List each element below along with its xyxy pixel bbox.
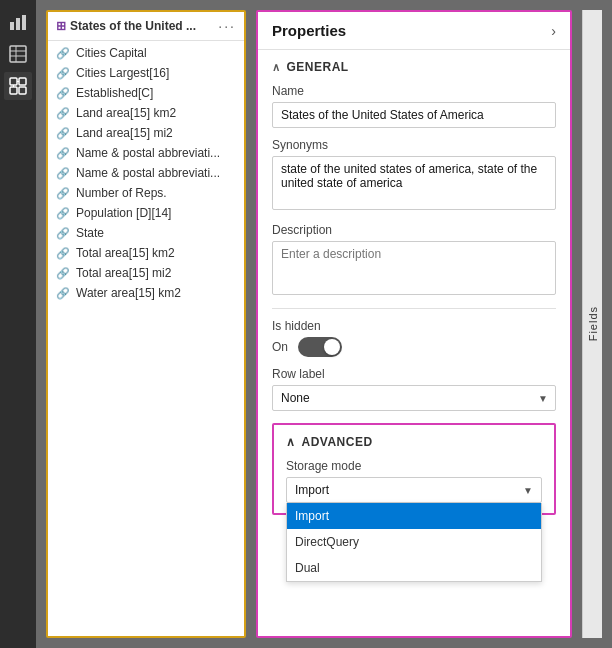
storage-mode-label: Storage mode bbox=[286, 459, 542, 473]
description-label: Description bbox=[272, 223, 556, 237]
field-item-label: Total area[15] mi2 bbox=[76, 266, 171, 280]
field-item-label: Name & postal abbreviati... bbox=[76, 146, 220, 160]
field-link-icon: 🔗 bbox=[56, 127, 70, 140]
svg-rect-3 bbox=[10, 46, 26, 62]
is-hidden-label: Is hidden bbox=[272, 319, 556, 333]
divider bbox=[272, 308, 556, 309]
toggle-row: On bbox=[272, 337, 556, 357]
list-item[interactable]: 🔗 Established[C] bbox=[48, 83, 244, 103]
storage-option-import[interactable]: Import bbox=[287, 503, 541, 529]
storage-option-directquery[interactable]: DirectQuery bbox=[287, 529, 541, 555]
field-link-icon: 🔗 bbox=[56, 187, 70, 200]
fields-tab[interactable]: Fields bbox=[585, 298, 601, 349]
list-item[interactable]: 🔗 Total area[15] km2 bbox=[48, 243, 244, 263]
field-panel-title-text: States of the United ... bbox=[70, 19, 196, 33]
svg-rect-7 bbox=[10, 78, 17, 85]
properties-header: Properties › bbox=[258, 12, 570, 50]
svg-rect-9 bbox=[10, 87, 17, 94]
properties-chevron-icon[interactable]: › bbox=[551, 23, 556, 39]
properties-panel: Properties › ∧ General Name Synonyms sta… bbox=[256, 10, 572, 638]
field-item-label: Number of Reps. bbox=[76, 186, 167, 200]
field-panel: ⊞ States of the United ... ··· 🔗 Cities … bbox=[46, 10, 246, 638]
field-item-label: State bbox=[76, 226, 104, 240]
properties-body: ∧ General Name Synonyms state of the uni… bbox=[258, 50, 570, 636]
field-link-icon: 🔗 bbox=[56, 147, 70, 160]
list-item[interactable]: 🔗 Land area[15] km2 bbox=[48, 103, 244, 123]
field-item-label: Population [D][14] bbox=[76, 206, 171, 220]
is-hidden-toggle[interactable] bbox=[298, 337, 342, 357]
synonyms-label: Synonyms bbox=[272, 138, 556, 152]
svg-rect-2 bbox=[22, 15, 26, 30]
name-label: Name bbox=[272, 84, 556, 98]
row-label-select-wrapper: None bbox=[272, 385, 556, 411]
field-link-icon: 🔗 bbox=[56, 47, 70, 60]
bar-chart-sidebar-icon[interactable] bbox=[4, 8, 32, 36]
field-panel-title: ⊞ States of the United ... bbox=[56, 19, 196, 33]
field-link-icon: 🔗 bbox=[56, 167, 70, 180]
list-item[interactable]: 🔗 Cities Capital bbox=[48, 43, 244, 63]
storage-mode-options: Import DirectQuery Dual bbox=[286, 503, 542, 582]
field-item-label: Cities Largest[16] bbox=[76, 66, 169, 80]
storage-mode-dropdown-container: Import ▼ Import DirectQuery Dual bbox=[286, 477, 542, 503]
row-label-label: Row label bbox=[272, 367, 556, 381]
toggle-thumb bbox=[324, 339, 340, 355]
list-item[interactable]: 🔗 Name & postal abbreviati... bbox=[48, 143, 244, 163]
field-item-label: Cities Capital bbox=[76, 46, 147, 60]
list-item[interactable]: 🔗 Name & postal abbreviati... bbox=[48, 163, 244, 183]
storage-mode-dropdown[interactable]: Import ▼ bbox=[286, 477, 542, 503]
svg-rect-0 bbox=[10, 22, 14, 30]
field-panel-table-icon: ⊞ bbox=[56, 19, 66, 33]
advanced-chevron-icon: ∧ bbox=[286, 435, 296, 449]
field-item-label: Total area[15] km2 bbox=[76, 246, 175, 260]
fields-tab-panel: Fields bbox=[582, 10, 602, 638]
list-item[interactable]: 🔗 Number of Reps. bbox=[48, 183, 244, 203]
sidebar bbox=[0, 0, 36, 648]
list-item[interactable]: 🔗 Water area[15] km2 bbox=[48, 283, 244, 303]
advanced-section-header: ∧ Advanced bbox=[286, 435, 542, 449]
toggle-on-label: On bbox=[272, 340, 288, 354]
storage-option-dual[interactable]: Dual bbox=[287, 555, 541, 581]
model-sidebar-icon[interactable] bbox=[4, 72, 32, 100]
storage-mode-value: Import bbox=[295, 483, 329, 497]
field-link-icon: 🔗 bbox=[56, 227, 70, 240]
svg-rect-1 bbox=[16, 18, 20, 30]
general-section-label: General bbox=[287, 60, 349, 74]
field-link-icon: 🔗 bbox=[56, 107, 70, 120]
properties-title: Properties bbox=[272, 22, 346, 39]
list-item[interactable]: 🔗 Total area[15] mi2 bbox=[48, 263, 244, 283]
general-chevron-icon: ∧ bbox=[272, 61, 281, 74]
list-item[interactable]: 🔗 Land area[15] mi2 bbox=[48, 123, 244, 143]
field-link-icon: 🔗 bbox=[56, 207, 70, 220]
field-link-icon: 🔗 bbox=[56, 287, 70, 300]
field-panel-menu-icon[interactable]: ··· bbox=[218, 18, 236, 34]
field-item-label: Established[C] bbox=[76, 86, 153, 100]
list-item[interactable]: 🔗 State bbox=[48, 223, 244, 243]
list-item[interactable]: 🔗 Population [D][14] bbox=[48, 203, 244, 223]
field-list: 🔗 Cities Capital 🔗 Cities Largest[16] 🔗 … bbox=[48, 41, 244, 305]
field-link-icon: 🔗 bbox=[56, 67, 70, 80]
name-input[interactable] bbox=[272, 102, 556, 128]
dropdown-arrow-icon: ▼ bbox=[523, 485, 533, 496]
svg-rect-8 bbox=[19, 78, 26, 85]
row-label-select[interactable]: None bbox=[272, 385, 556, 411]
main-content: ⊞ States of the United ... ··· 🔗 Cities … bbox=[36, 0, 612, 648]
field-panel-header: ⊞ States of the United ... ··· bbox=[48, 12, 244, 41]
svg-rect-10 bbox=[19, 87, 26, 94]
field-item-label: Land area[15] km2 bbox=[76, 106, 176, 120]
field-link-icon: 🔗 bbox=[56, 87, 70, 100]
synonyms-textarea[interactable]: state of the united states of america, s… bbox=[272, 156, 556, 210]
description-textarea[interactable] bbox=[272, 241, 556, 295]
field-link-icon: 🔗 bbox=[56, 267, 70, 280]
field-link-icon: 🔗 bbox=[56, 247, 70, 260]
field-item-label: Water area[15] km2 bbox=[76, 286, 181, 300]
list-item[interactable]: 🔗 Cities Largest[16] bbox=[48, 63, 244, 83]
field-item-label: Name & postal abbreviati... bbox=[76, 166, 220, 180]
field-item-label: Land area[15] mi2 bbox=[76, 126, 173, 140]
advanced-section-label: Advanced bbox=[302, 435, 373, 449]
general-section-header: ∧ General bbox=[272, 60, 556, 74]
table-sidebar-icon[interactable] bbox=[4, 40, 32, 68]
advanced-section: ∧ Advanced Storage mode Import ▼ Import … bbox=[272, 423, 556, 515]
